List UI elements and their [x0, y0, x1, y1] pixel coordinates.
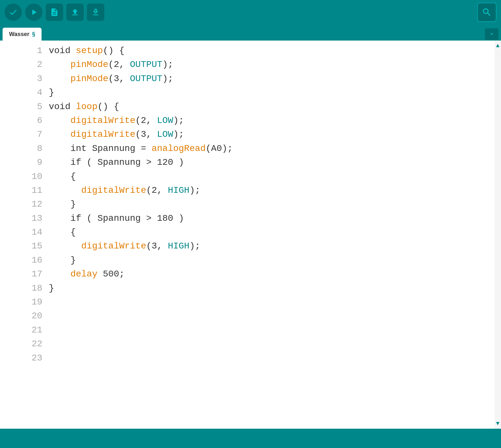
table-row: 19 — [0, 295, 495, 309]
line-code: int Spannung = analogRead(A0); — [49, 142, 495, 155]
line-number: 14 — [0, 225, 49, 239]
line-code: void setup() { — [49, 44, 495, 58]
search-button[interactable] — [477, 3, 496, 22]
line-code: pinMode(3, OUTPUT); — [49, 72, 495, 86]
line-code: } — [49, 197, 495, 211]
line-number: 21 — [0, 323, 49, 337]
line-code: pinMode(2, OUTPUT); — [49, 58, 495, 71]
table-row: 17 delay 500; — [0, 267, 495, 281]
tab-wasser[interactable]: Wasser § — [3, 28, 42, 41]
line-number: 3 — [0, 72, 49, 86]
line-number: 11 — [0, 183, 49, 197]
table-row: 13 if ( Spannung > 180 ) — [0, 211, 495, 225]
table-row: 3 pinMode(3, OUTPUT); — [0, 72, 495, 86]
table-row: 2 pinMode(2, OUTPUT); — [0, 58, 495, 71]
line-code — [49, 323, 495, 337]
line-number: 22 — [0, 337, 49, 351]
editor-container: Wasser § 1void setup() {2 pinMode(2, OUT… — [0, 24, 501, 429]
line-code: if ( Spannung > 180 ) — [49, 211, 495, 225]
save-button[interactable] — [87, 4, 104, 21]
line-code — [49, 309, 495, 323]
line-number: 10 — [0, 170, 49, 183]
table-row: 22 — [0, 337, 495, 351]
line-code: if ( Spannung > 120 ) — [49, 155, 495, 169]
line-number: 12 — [0, 197, 49, 211]
line-number: 7 — [0, 127, 49, 141]
line-code: delay 500; — [49, 267, 495, 281]
table-row: 10 { — [0, 170, 495, 183]
upload-icon — [71, 8, 80, 17]
line-code — [49, 295, 495, 309]
table-row: 21 — [0, 323, 495, 337]
scrollbar-right[interactable]: ▲ ▼ — [495, 41, 501, 429]
download-icon — [91, 8, 100, 17]
line-code — [49, 351, 495, 365]
table-row: 18} — [0, 281, 495, 295]
line-number: 16 — [0, 253, 49, 267]
line-code: digitalWrite(2, LOW); — [49, 114, 495, 127]
line-number: 17 — [0, 267, 49, 281]
line-number: 2 — [0, 58, 49, 71]
line-number: 4 — [0, 86, 49, 99]
verify-button[interactable] — [5, 4, 22, 21]
line-number: 18 — [0, 281, 49, 295]
table-row: 4} — [0, 86, 495, 99]
scroll-down-arrow[interactable]: ▼ — [496, 420, 500, 427]
check-icon — [9, 8, 18, 17]
scroll-up-arrow[interactable]: ▲ — [496, 42, 500, 49]
upload-button[interactable] — [25, 4, 43, 21]
line-number: 13 — [0, 211, 49, 225]
table-row: 8 int Spannung = analogRead(A0); — [0, 142, 495, 155]
line-number: 15 — [0, 239, 49, 253]
open-button[interactable] — [66, 4, 84, 21]
search-icon — [482, 7, 492, 17]
new-file-button[interactable] — [46, 4, 63, 21]
line-code: } — [49, 281, 495, 295]
tab-label: Wasser — [9, 31, 29, 38]
toolbar — [0, 0, 501, 24]
line-number: 6 — [0, 114, 49, 127]
line-code: void loop() { — [49, 100, 495, 114]
table-row: 20 — [0, 309, 495, 323]
line-number: 19 — [0, 295, 49, 309]
code-content[interactable]: 1void setup() {2 pinMode(2, OUTPUT);3 pi… — [0, 41, 495, 429]
tab-dropdown-button[interactable] — [485, 28, 498, 40]
chevron-down-icon — [488, 31, 495, 37]
line-code: digitalWrite(2, HIGH); — [49, 183, 495, 197]
line-code: { — [49, 170, 495, 183]
table-row: 14 { — [0, 225, 495, 239]
table-row: 16 } — [0, 253, 495, 267]
table-row: 9 if ( Spannung > 120 ) — [0, 155, 495, 169]
line-code: } — [49, 253, 495, 267]
new-file-icon — [50, 8, 59, 17]
line-number: 23 — [0, 351, 49, 365]
line-number: 5 — [0, 100, 49, 114]
tab-bar: Wasser § — [0, 24, 501, 41]
tab-section-icon: § — [32, 31, 35, 38]
table-row: 11 digitalWrite(2, HIGH); — [0, 183, 495, 197]
line-number: 1 — [0, 44, 49, 58]
line-code: digitalWrite(3, HIGH); — [49, 239, 495, 253]
line-code — [49, 337, 495, 351]
table-row: 5void loop() { — [0, 100, 495, 114]
code-table: 1void setup() {2 pinMode(2, OUTPUT);3 pi… — [0, 44, 495, 365]
line-number: 9 — [0, 155, 49, 169]
line-number: 8 — [0, 142, 49, 155]
table-row: 15 digitalWrite(3, HIGH); — [0, 239, 495, 253]
line-code: digitalWrite(3, LOW); — [49, 127, 495, 141]
table-row: 6 digitalWrite(2, LOW); — [0, 114, 495, 127]
table-row: 7 digitalWrite(3, LOW); — [0, 127, 495, 141]
code-area: 1void setup() {2 pinMode(2, OUTPUT);3 pi… — [0, 41, 501, 429]
line-code: } — [49, 86, 495, 99]
table-row: 1void setup() { — [0, 44, 495, 58]
table-row: 12 } — [0, 197, 495, 211]
arrow-right-icon — [29, 8, 38, 17]
bottom-bar — [0, 429, 501, 448]
line-number: 20 — [0, 309, 49, 323]
line-code: { — [49, 225, 495, 239]
table-row: 23 — [0, 351, 495, 365]
